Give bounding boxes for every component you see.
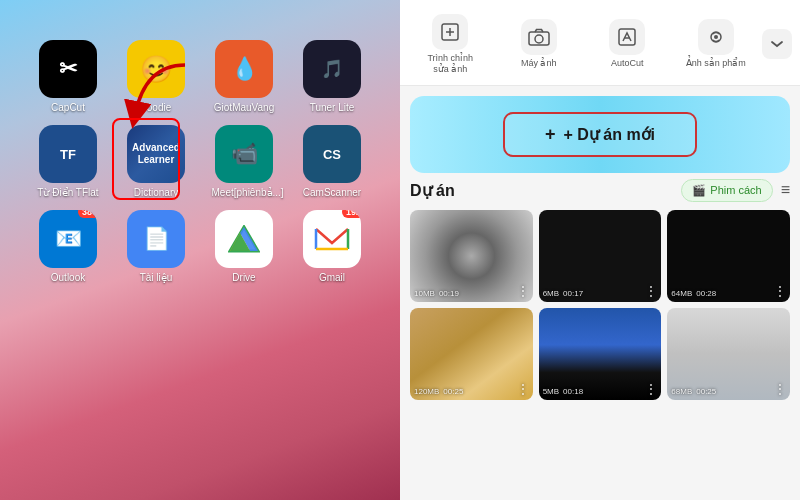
gmail-badge: 192 — [342, 210, 361, 218]
video-size-5: 5MB — [543, 387, 559, 396]
video-meta-4: 120MB 00:25 — [414, 387, 463, 396]
phone-screen: ✂ CapCut 😊 Foodie 💧 GiotMauVang 🎵 Tuner … — [0, 0, 400, 500]
tflat-icon: TF — [39, 125, 97, 183]
video-size-3: 64MB — [671, 289, 692, 298]
video-grid: 10MB 00:19 ⋮ 6MB 00:17 ⋮ 64MB 00:28 — [410, 210, 790, 400]
gmail-label: Gmail — [319, 272, 345, 283]
giotmauvang-label: GiotMauVang — [214, 102, 274, 113]
toolbar-autocut[interactable]: AutoCut — [585, 15, 670, 73]
video-more-6[interactable]: ⋮ — [774, 382, 786, 396]
app-foodie[interactable]: 😊 Foodie — [118, 40, 194, 113]
app-outlook[interactable]: 📧 386 Outlook — [30, 210, 106, 283]
expand-button[interactable] — [762, 29, 792, 59]
capcut-label: CapCut — [51, 102, 85, 113]
meet-icon: 📹 — [215, 125, 273, 183]
video-thumb-6[interactable]: 68MB 00:25 ⋮ — [667, 308, 790, 400]
video-size-1: 10MB — [414, 289, 435, 298]
video-thumb-3[interactable]: 64MB 00:28 ⋮ — [667, 210, 790, 302]
video-duration-5: 00:18 — [563, 387, 583, 396]
top-toolbar: Trình chỉnhsửa ảnh Máy ảnh AutoCut Ảnh s… — [400, 0, 800, 86]
new-project-label: + Dự án mới — [563, 125, 655, 144]
phim-cach-button[interactable]: 🎬 Phim cách — [681, 179, 772, 202]
drive-label: Drive — [232, 272, 255, 283]
tunerlite-icon: 🎵 — [303, 40, 361, 98]
video-thumb-5[interactable]: 5MB 00:18 ⋮ — [539, 308, 662, 400]
new-project-button[interactable]: + + Dự án mới — [503, 112, 697, 157]
projects-section: Dự án 🎬 Phim cách ≡ 10MB 00:19 ⋮ — [400, 179, 800, 500]
video-duration-6: 00:25 — [696, 387, 716, 396]
toolbar-anh-san-pham[interactable]: Ảnh sản phẩm — [674, 15, 759, 73]
autocut-icon — [609, 19, 645, 55]
sort-icon[interactable]: ≡ — [781, 181, 790, 199]
video-thumb-4[interactable]: 120MB 00:25 ⋮ — [410, 308, 533, 400]
tunerlite-label: Tuner Lite — [310, 102, 355, 113]
video-more-5[interactable]: ⋮ — [645, 382, 657, 396]
app-tunerlite[interactable]: 🎵 Tuner Lite — [294, 40, 370, 113]
phim-cach-label: Phim cách — [710, 184, 761, 196]
tailieu-icon: 📄 — [127, 210, 185, 268]
video-size-4: 120MB — [414, 387, 439, 396]
toolbar-trinh-chinh[interactable]: Trình chỉnhsửa ảnh — [408, 10, 493, 79]
dictionary-label: Dictionary — [134, 187, 178, 198]
video-more-1[interactable]: ⋮ — [517, 284, 529, 298]
app-dictionary[interactable]: AdvancedLearner Dictionary — [118, 125, 194, 198]
tailieu-label: Tài liệu — [140, 272, 173, 283]
projects-header: Dự án 🎬 Phim cách ≡ — [410, 179, 790, 202]
anh-san-pham-label: Ảnh sản phẩm — [686, 58, 746, 69]
video-size-6: 68MB — [671, 387, 692, 396]
projects-title: Dự án — [410, 181, 455, 200]
ai-icon — [698, 19, 734, 55]
app-camscanner[interactable]: CS CamScanner — [294, 125, 370, 198]
meet-label: Meet[phiênbả...] — [212, 187, 277, 198]
may-anh-label: Máy ảnh — [521, 58, 557, 69]
video-meta-1: 10MB 00:19 — [414, 289, 459, 298]
new-project-container: + + Dự án mới — [410, 96, 790, 173]
video-thumb-2[interactable]: 6MB 00:17 ⋮ — [539, 210, 662, 302]
capcut-app: Trình chỉnhsửa ảnh Máy ảnh AutoCut Ảnh s… — [400, 0, 800, 500]
app-grid: ✂ CapCut 😊 Foodie 💧 GiotMauVang 🎵 Tuner … — [20, 30, 380, 293]
app-tflat[interactable]: TF Từ Điển TFlat — [30, 125, 106, 198]
header-right: 🎬 Phim cách ≡ — [681, 179, 790, 202]
trinh-chinh-label: Trình chỉnhsửa ảnh — [427, 53, 473, 75]
giotmauvang-icon: 💧 — [215, 40, 273, 98]
edit-photo-icon — [432, 14, 468, 50]
video-size-2: 6MB — [543, 289, 559, 298]
film-icon: 🎬 — [692, 184, 706, 197]
outlook-icon: 📧 386 — [39, 210, 97, 268]
gmail-icon: 192 — [303, 210, 361, 268]
app-gmail[interactable]: 192 Gmail — [294, 210, 370, 283]
autocut-label: AutoCut — [611, 58, 644, 69]
video-more-3[interactable]: ⋮ — [774, 284, 786, 298]
video-meta-2: 6MB 00:17 — [543, 289, 583, 298]
video-duration-3: 00:28 — [696, 289, 716, 298]
video-duration-2: 00:17 — [563, 289, 583, 298]
svg-point-17 — [714, 35, 718, 39]
camscanner-label: CamScanner — [303, 187, 361, 198]
video-duration-1: 00:19 — [439, 289, 459, 298]
foodie-icon: 😊 — [127, 40, 185, 98]
drive-icon — [215, 210, 273, 268]
video-thumb-1[interactable]: 10MB 00:19 ⋮ — [410, 210, 533, 302]
video-meta-5: 5MB 00:18 — [543, 387, 583, 396]
foodie-label: Foodie — [141, 102, 172, 113]
app-meet[interactable]: 📹 Meet[phiênbả...] — [206, 125, 282, 198]
video-more-2[interactable]: ⋮ — [645, 284, 657, 298]
video-more-4[interactable]: ⋮ — [517, 382, 529, 396]
plus-icon: + — [545, 124, 556, 145]
app-giotmauvang[interactable]: 💧 GiotMauVang — [206, 40, 282, 113]
outlook-badge: 386 — [78, 210, 97, 218]
video-meta-6: 68MB 00:25 — [671, 387, 716, 396]
app-tailieu[interactable]: 📄 Tài liệu — [118, 210, 194, 283]
app-drive[interactable]: Drive — [206, 210, 282, 283]
dictionary-icon: AdvancedLearner — [127, 125, 185, 183]
video-duration-4: 00:25 — [443, 387, 463, 396]
svg-point-13 — [535, 35, 543, 43]
toolbar-may-anh[interactable]: Máy ảnh — [497, 15, 582, 73]
tflat-label: Từ Điển TFlat — [37, 187, 98, 198]
camera-icon — [521, 19, 557, 55]
video-meta-3: 64MB 00:28 — [671, 289, 716, 298]
capcut-icon: ✂ — [39, 40, 97, 98]
camscanner-icon: CS — [303, 125, 361, 183]
app-capcut[interactable]: ✂ CapCut — [30, 40, 106, 113]
outlook-label: Outlook — [51, 272, 85, 283]
